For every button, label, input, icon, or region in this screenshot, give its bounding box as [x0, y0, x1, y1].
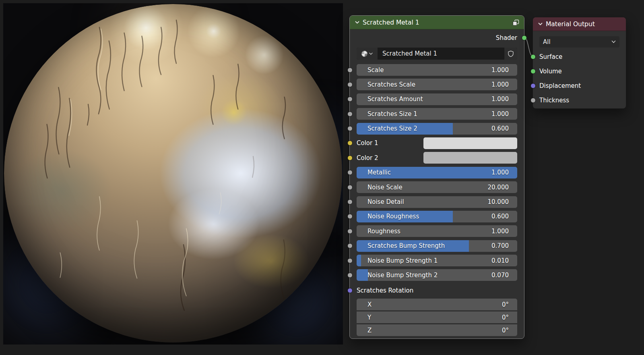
- slider-label: Noise Roughness: [367, 213, 419, 220]
- slider-scratches-bump-strength[interactable]: Scratches Bump Strength0.700: [357, 240, 517, 252]
- param-row-scratches-size-2: Scratches Size 20.600: [357, 123, 517, 135]
- param-row-noise-bump-strength-1: Noise Bump Strength 10.010: [357, 255, 517, 266]
- input-socket-volume[interactable]: [530, 69, 536, 74]
- param-row-scratches-amount: Scratches Amount1.000: [357, 93, 517, 105]
- slider-label: Noise Bump Strength 2: [367, 272, 438, 279]
- node-material-output[interactable]: Material Output All SurfaceVolumeDisplac…: [533, 17, 626, 109]
- slider-label: Scratches Scale: [367, 81, 415, 88]
- color-swatch[interactable]: [423, 137, 517, 149]
- slider-label: Noise Bump Strength 1: [367, 257, 438, 264]
- slider-value: 10.000: [488, 198, 509, 206]
- param-row-scratches-bump-strength: Scratches Bump Strength0.700: [357, 240, 517, 252]
- param-row-color-1: Color 1: [357, 137, 517, 149]
- chevron-down-icon: [369, 52, 373, 55]
- slider-noise-scale[interactable]: Noise Scale20.000: [357, 181, 517, 193]
- input-label: Surface: [539, 53, 562, 60]
- input-socket-scratches-amount[interactable]: [347, 97, 353, 102]
- input-label: Displacement: [539, 82, 581, 89]
- input-socket-noise-roughness[interactable]: [347, 214, 353, 219]
- param-row-roughness: Roughness1.000: [357, 225, 517, 237]
- color-swatch[interactable]: [423, 152, 517, 164]
- input-socket-noise-bump-strength-2[interactable]: [347, 272, 353, 278]
- material-preview-viewport[interactable]: [3, 3, 343, 345]
- nodegroup-browse-button[interactable]: [357, 48, 378, 60]
- slider-noise-detail[interactable]: Noise Detail10.000: [357, 196, 517, 208]
- rotation-axis-z[interactable]: Z0°: [357, 324, 517, 336]
- rotation-axis-y[interactable]: Y0°: [357, 311, 517, 323]
- input-socket-color-1[interactable]: [347, 141, 353, 146]
- node-group-name-row: Scratched Metal 1: [357, 48, 517, 60]
- input-socket-metallic[interactable]: [347, 170, 353, 175]
- slider-noise-bump-strength-2[interactable]: Noise Bump Strength 20.070: [357, 269, 517, 281]
- material-icon: [361, 51, 367, 57]
- sphere-scratches: [4, 4, 342, 343]
- input-socket-scratches-size-2[interactable]: [347, 126, 353, 131]
- input-socket-displacement[interactable]: [530, 83, 536, 89]
- input-socket-thickness[interactable]: [530, 98, 536, 103]
- slider-scratches-size-1[interactable]: Scratches Size 11.000: [357, 108, 517, 120]
- input-socket-surface[interactable]: [530, 54, 536, 60]
- fake-user-button[interactable]: [504, 48, 517, 60]
- slider-value: 20.000: [488, 184, 509, 191]
- shader-editor[interactable]: Scratched Metal 1 Shader: [0, 0, 644, 355]
- param-row-noise-bump-strength-2: Noise Bump Strength 20.070: [357, 269, 517, 281]
- slider-label: Scratches Amount: [367, 95, 423, 103]
- scratches-rotation-row: Scratches Rotation: [357, 286, 517, 295]
- rotation-axis-x[interactable]: X0°: [357, 299, 517, 310]
- input-row-displacement: Displacement: [539, 81, 619, 91]
- slider-scratches-amount[interactable]: Scratches Amount1.000: [357, 93, 517, 105]
- input-socket-scratches-scale[interactable]: [347, 82, 353, 87]
- collapse-icon[interactable]: [538, 21, 543, 27]
- nodegroup-name-value: Scratched Metal 1: [382, 50, 437, 57]
- slider-fill: [357, 255, 361, 266]
- param-row-scratches-scale: Scratches Scale1.000: [357, 79, 517, 90]
- slider-fill: [357, 269, 368, 281]
- slider-scratches-size-2[interactable]: Scratches Size 20.600: [357, 123, 517, 135]
- input-socket-noise-scale[interactable]: [347, 185, 353, 190]
- input-row-thickness: Thickness: [539, 95, 619, 106]
- param-row-scratches-size-1: Scratches Size 11.000: [357, 108, 517, 120]
- input-socket-noise-bump-strength-1[interactable]: [347, 258, 353, 263]
- input-socket-scratches-size-1[interactable]: [347, 111, 353, 116]
- shader-output-row: Shader: [357, 33, 517, 43]
- shader-output-socket[interactable]: [522, 35, 527, 41]
- slider-scale[interactable]: Scale1.000: [357, 64, 517, 76]
- nodegroup-name-field[interactable]: Scratched Metal 1: [378, 48, 504, 60]
- input-socket-scratches-bump-strength[interactable]: [347, 243, 353, 249]
- chevron-down-icon: [611, 40, 616, 44]
- input-socket-color-2[interactable]: [347, 155, 353, 160]
- output-input-rows: SurfaceVolumeDisplacementThickness: [539, 52, 619, 106]
- output-node-header[interactable]: Material Output: [533, 17, 626, 31]
- slider-label: Scratches Size 2: [367, 125, 417, 132]
- slider-noise-roughness[interactable]: Noise Roughness0.600: [357, 211, 517, 222]
- slider-value: 1.000: [491, 66, 509, 74]
- input-socket-scale[interactable]: [347, 67, 353, 73]
- node-group-icon: [512, 19, 519, 26]
- scratches-rotation-socket[interactable]: [347, 288, 353, 293]
- slider-scratches-scale[interactable]: Scratches Scale1.000: [357, 79, 517, 90]
- node-scratched-metal[interactable]: Scratched Metal 1 Shader: [349, 15, 524, 339]
- output-node-body: All SurfaceVolumeDisplacementThickness: [533, 36, 626, 106]
- slider-label: Scratches Size 1: [367, 110, 417, 118]
- slider-label: Scratches Bump Strength: [367, 242, 445, 249]
- param-row-noise-detail: Noise Detail10.000: [357, 196, 517, 208]
- slider-metallic[interactable]: Metallic1.000: [357, 167, 517, 179]
- param-row-noise-roughness: Noise Roughness0.600: [357, 211, 517, 222]
- collapse-icon[interactable]: [355, 20, 360, 25]
- parameter-rows: Scale1.000Scratches Scale1.000Scratches …: [357, 64, 517, 281]
- group-node-header[interactable]: Scratched Metal 1: [350, 16, 524, 29]
- output-target-dropdown[interactable]: All: [539, 36, 619, 48]
- input-socket-noise-detail[interactable]: [347, 199, 353, 205]
- slider-value: 1.000: [491, 95, 509, 103]
- input-row-surface: Surface: [539, 52, 619, 62]
- output-target-value: All: [543, 38, 551, 46]
- slider-value: 0.700: [491, 242, 509, 249]
- input-socket-roughness[interactable]: [347, 228, 353, 234]
- shield-icon: [508, 50, 514, 57]
- slider-label: Noise Scale: [367, 184, 402, 191]
- param-row-color-2: Color 2: [357, 152, 517, 164]
- slider-roughness[interactable]: Roughness1.000: [357, 225, 517, 237]
- axis-value: 0°: [502, 314, 509, 321]
- slider-noise-bump-strength-1[interactable]: Noise Bump Strength 10.010: [357, 255, 517, 266]
- group-node-body: Shader Scratched Metal 1: [350, 33, 524, 336]
